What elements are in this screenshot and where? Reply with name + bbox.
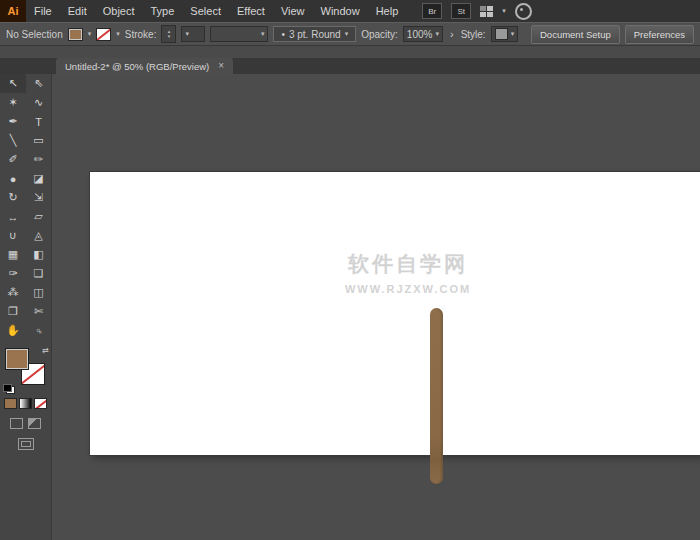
magic-wand-tool[interactable]: ✶ — [0, 93, 26, 112]
document-tab-title: Untitled-2* @ 50% (RGB/Preview) — [65, 61, 209, 72]
width-tool[interactable]: ↔ — [0, 207, 26, 226]
fill-dropdown-icon[interactable]: ▾ — [88, 30, 92, 38]
brush-dropdown-icon: ▾ — [345, 30, 349, 38]
document-tab-bar: Untitled-2* @ 50% (RGB/Preview) × — [0, 58, 700, 74]
control-bar: No Selection ▾ ▾ Stroke: ▴ ▾ ▾ ▾ • 3 pt.… — [0, 22, 700, 46]
menu-view[interactable]: View — [273, 0, 313, 22]
line-segment-tool[interactable]: ╲ — [0, 131, 26, 150]
mesh-tool[interactable]: ▦ — [0, 245, 26, 264]
watermark: 软件自学网 WWW.RJZXW.COM — [345, 250, 471, 295]
blend-tool[interactable]: ❏ — [26, 264, 51, 283]
style-swatch — [495, 28, 508, 40]
color-mode-row — [0, 398, 51, 409]
draw-mode-row — [0, 418, 51, 429]
free-transform-tool[interactable]: ▱ — [26, 207, 51, 226]
color-button[interactable] — [4, 398, 17, 409]
direct-selection-tool[interactable]: ⇖ — [26, 74, 51, 93]
stroke-color-swatch[interactable] — [96, 28, 111, 41]
menu-file[interactable]: File — [26, 0, 60, 22]
column-graph-tool[interactable]: ◫ — [26, 283, 51, 302]
stroke-label: Stroke: — [125, 29, 157, 40]
swap-fill-stroke-icon[interactable]: ⇄ — [42, 346, 49, 355]
rectangle-tool[interactable]: ▭ — [26, 131, 51, 150]
opacity-label: Opacity: — [361, 29, 398, 40]
style-label: Style: — [461, 29, 486, 40]
brush-definition-label: 3 pt. Round — [289, 29, 341, 40]
scale-tool[interactable]: ⇲ — [26, 188, 51, 207]
menu-type[interactable]: Type — [143, 0, 183, 22]
selection-tool[interactable]: ↖ — [0, 74, 26, 93]
document-setup-button[interactable]: Document Setup — [531, 25, 620, 44]
workspace-dropdown-icon[interactable]: ▾ — [502, 7, 506, 15]
paintbrush-tool[interactable]: ✐ — [0, 150, 26, 169]
stock-icon[interactable]: St — [451, 3, 471, 19]
profile-dropdown-icon: ▾ — [261, 30, 265, 38]
eraser-tool[interactable]: ◪ — [26, 169, 51, 188]
preferences-button[interactable]: Preferences — [625, 25, 694, 44]
fill-color-swatch[interactable] — [68, 28, 83, 41]
stroke-dropdown-icon[interactable]: ▾ — [116, 30, 120, 38]
lasso-tool[interactable]: ∿ — [26, 93, 51, 112]
drawn-stick-shape[interactable] — [430, 308, 443, 484]
menu-object[interactable]: Object — [95, 0, 143, 22]
screen-share-icon[interactable] — [515, 3, 532, 20]
gradient-tool[interactable]: ◧ — [26, 245, 51, 264]
pen-tool[interactable]: ✒ — [0, 112, 26, 131]
type-tool[interactable]: T — [26, 112, 51, 131]
tools-panel: ↖ ⇖ ✶ ∿ ✒ T ╲ ▭ ✐ ✏ ● ◪ ↻ ⇲ ↔ ▱ ∪ ◬ ▦ ◧ … — [0, 74, 52, 540]
gradient-button[interactable] — [19, 398, 32, 409]
variable-width-profile-dropdown[interactable]: ▾ — [210, 26, 268, 42]
tab-close-icon[interactable]: × — [218, 61, 224, 71]
selection-status: No Selection — [6, 29, 63, 40]
stroke-weight-dropdown[interactable]: ▾ — [181, 26, 205, 42]
stepper-down-icon[interactable]: ▾ — [168, 34, 171, 39]
menu-bar: Ai File Edit Object Type Select Effect V… — [0, 0, 700, 22]
fill-stroke-widget: ⇄ — [0, 346, 51, 394]
shape-builder-tool[interactable]: ∪ — [0, 226, 26, 245]
eyedropper-tool[interactable]: ✑ — [0, 264, 26, 283]
symbol-sprayer-tool[interactable]: ⁂ — [0, 283, 26, 302]
artboard-tool[interactable]: ❐ — [0, 302, 26, 321]
draw-behind-button[interactable] — [28, 418, 41, 429]
menu-select[interactable]: Select — [182, 0, 229, 22]
brush-definition-button[interactable]: • 3 pt. Round ▾ — [273, 26, 356, 42]
app-logo: Ai — [0, 0, 26, 22]
style-dropdown[interactable]: ▾ — [491, 26, 519, 42]
default-fill-stroke-icon[interactable] — [3, 384, 15, 394]
watermark-line2: WWW.RJZXW.COM — [345, 283, 471, 295]
brush-dot-icon: • — [281, 29, 285, 40]
menu-window[interactable]: Window — [313, 0, 368, 22]
draw-normal-button[interactable] — [10, 418, 23, 429]
stroke-weight-stepper[interactable]: ▴ ▾ — [161, 25, 176, 43]
perspective-grid-tool[interactable]: ◬ — [26, 226, 51, 245]
workspace-icon[interactable] — [480, 6, 493, 17]
menu-effect[interactable]: Effect — [229, 0, 273, 22]
more-options-chevron[interactable]: › — [448, 28, 456, 40]
menubar-icon-group: Br St ▾ — [422, 3, 532, 20]
menu-edit[interactable]: Edit — [60, 0, 95, 22]
blob-brush-tool[interactable]: ● — [0, 169, 26, 188]
opacity-value: 100% — [407, 29, 433, 40]
pencil-tool[interactable]: ✏ — [26, 150, 51, 169]
rotate-tool[interactable]: ↻ — [0, 188, 26, 207]
menu-help[interactable]: Help — [368, 0, 407, 22]
document-tab[interactable]: Untitled-2* @ 50% (RGB/Preview) × — [56, 58, 233, 74]
hand-tool[interactable]: ✋ — [0, 321, 26, 340]
bridge-icon[interactable]: Br — [422, 3, 442, 19]
tools-grid: ↖ ⇖ ✶ ∿ ✒ T ╲ ▭ ✐ ✏ ● ◪ ↻ ⇲ ↔ ▱ ∪ ◬ ▦ ◧ … — [0, 74, 51, 340]
screen-mode-row — [0, 438, 51, 450]
screen-mode-button[interactable] — [18, 438, 34, 450]
style-dropdown-icon: ▾ — [511, 30, 515, 38]
opacity-dropdown[interactable]: 100% ▾ — [403, 26, 443, 42]
artboard[interactable]: 软件自学网 WWW.RJZXW.COM — [90, 172, 700, 455]
opacity-dropdown-icon: ▾ — [435, 30, 439, 38]
canvas-area[interactable]: 软件自学网 WWW.RJZXW.COM — [52, 74, 700, 540]
fill-swatch[interactable] — [5, 348, 29, 370]
watermark-line1: 软件自学网 — [345, 250, 471, 278]
none-button[interactable] — [34, 398, 47, 409]
stroke-weight-dropdown-icon: ▾ — [185, 30, 189, 38]
